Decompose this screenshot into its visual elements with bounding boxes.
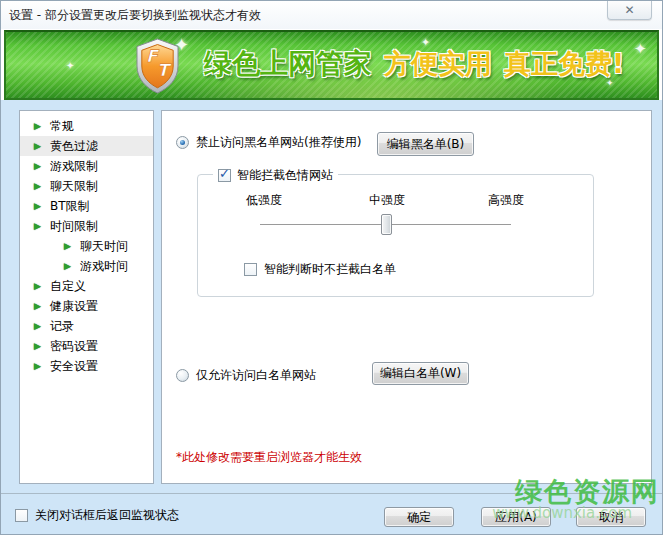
sidebar-item-label: 安全设置 [50, 358, 98, 375]
sidebar-item-label: 黄色过滤 [50, 138, 98, 155]
sidebar-item-password[interactable]: ▶ 密码设置 [20, 336, 153, 356]
whitelist-radio-label: 仅允许访问白名单网站 [196, 367, 316, 384]
sidebar-item-health[interactable]: ▶ 健康设置 [20, 296, 153, 316]
sidebar-item-game-limit[interactable]: ▶ 游戏限制 [20, 156, 153, 176]
banner-title: 绿色上网管家 [204, 45, 372, 83]
strength-slider-thumb[interactable] [381, 214, 392, 235]
footer-bar: 关闭对话框后返回监视状态 确定 应用(A) 取消 [1, 493, 662, 534]
smart-block-checkbox[interactable]: ✓ [218, 169, 231, 182]
no-block-whitelist-checkbox[interactable] [244, 263, 257, 276]
edit-blacklist-button-label: 编辑黑名单(B) [387, 136, 465, 153]
blacklist-radio-label: 禁止访问黑名单网站(推荐使用) [196, 134, 361, 151]
apply-button[interactable]: 应用(A) [481, 507, 551, 527]
sidebar-item-chat-limit[interactable]: ▶ 聊天限制 [20, 176, 153, 196]
tree-arrow-icon: ▶ [34, 341, 41, 351]
whitelist-radio[interactable] [176, 369, 189, 382]
return-monitor-checkbox-label: 关闭对话框后返回监视状态 [35, 507, 179, 524]
sparkle-icon: ✦ [66, 60, 74, 71]
whitelist-radio-row: 仅允许访问白名单网站 [176, 367, 316, 384]
sidebar-item-label: 自定义 [50, 278, 86, 295]
sidebar-item-porn-filter[interactable]: ▶ 黄色过滤 [20, 136, 153, 156]
sidebar-item-label: BT限制 [50, 198, 90, 215]
sidebar-item-label: 聊天时间 [80, 238, 128, 255]
sidebar-item-label: 记录 [50, 318, 74, 335]
tree-arrow-icon: ▶ [34, 301, 41, 311]
settings-nav-panel: ▶ 常规 ▶ 黄色过滤 ▶ 游戏限制 ▶ 聊天限制 ▶ BT限制 ▶ 时间限制 [19, 110, 154, 484]
cancel-button-label: 取消 [599, 509, 623, 526]
tree-arrow-icon: ▶ [64, 241, 71, 251]
sidebar-item-records[interactable]: ▶ 记录 [20, 316, 153, 336]
banner-slogan: 绿色上网管家 方便实用 真正免费! [204, 45, 624, 83]
window-title: 设置 - 部分设置更改后要切换到监视状态才有效 [1, 7, 261, 24]
sidebar-item-custom[interactable]: ▶ 自定义 [20, 276, 153, 296]
apply-button-label: 应用(A) [495, 509, 537, 526]
strength-high-label: 高强度 [488, 192, 524, 209]
strength-low-label: 低强度 [246, 192, 282, 209]
sidebar-item-label: 游戏时间 [80, 258, 128, 275]
no-block-whitelist-checkbox-row: 智能判断时不拦截白名单 [244, 261, 396, 278]
sidebar-item-label: 健康设置 [50, 298, 98, 315]
tree-arrow-icon: ▶ [64, 261, 71, 271]
sidebar-item-bt-limit[interactable]: ▶ BT限制 [20, 196, 153, 216]
return-monitor-checkbox[interactable] [15, 509, 28, 522]
blacklist-radio[interactable] [176, 136, 189, 149]
restart-note: *此处修改需要重启浏览器才能生效 [176, 449, 362, 466]
content-area: ▶ 常规 ▶ 黄色过滤 ▶ 游戏限制 ▶ 聊天限制 ▶ BT限制 ▶ 时间限制 [1, 100, 662, 493]
check-icon: ✓ [219, 166, 230, 181]
ok-button[interactable]: 确定 [384, 507, 454, 527]
banner-tagline-2: 真正免费! [504, 46, 624, 82]
sidebar-item-game-time[interactable]: ▶ 游戏时间 [20, 256, 153, 276]
edit-blacklist-button[interactable]: 编辑黑名单(B) [377, 132, 474, 156]
sidebar-item-label: 游戏限制 [50, 158, 98, 175]
edit-whitelist-button[interactable]: 编辑白名单(W) [372, 362, 469, 385]
close-icon: ✕ [624, 3, 634, 17]
blacklist-radio-row: 禁止访问黑名单网站(推荐使用) [176, 134, 361, 151]
edit-whitelist-button-label: 编辑白名单(W) [380, 365, 461, 382]
sparkle-icon: ✦ [634, 40, 647, 58]
tree-arrow-icon: ▶ [34, 181, 41, 191]
shield-logo-icon: F T [134, 38, 181, 98]
sidebar-item-time-limit[interactable]: ▶ 时间限制 [20, 216, 153, 236]
tree-arrow-icon: ▶ [34, 321, 41, 331]
cancel-button[interactable]: 取消 [576, 507, 646, 527]
strength-mid-label: 中强度 [369, 192, 405, 209]
no-block-whitelist-checkbox-label: 智能判断时不拦截白名单 [264, 261, 396, 278]
tree-arrow-icon: ▶ [34, 201, 41, 211]
tree-arrow-icon: ▶ [34, 221, 41, 231]
banner-tagline-1: 方便实用 [384, 46, 492, 82]
smart-block-checkbox-row: ✓ 智能拦截色情网站 [213, 167, 338, 184]
porn-filter-settings-panel: 禁止访问黑名单网站(推荐使用) 编辑黑名单(B) ✓ 智能拦截色情网站 低强度 … [161, 110, 652, 484]
smart-block-groupbox: ✓ 智能拦截色情网站 低强度 中强度 高强度 智能判断时不拦截白名单 [197, 174, 594, 297]
tree-arrow-icon: ▶ [34, 141, 41, 151]
tree-arrow-icon: ▶ [34, 161, 41, 171]
sidebar-item-label: 时间限制 [50, 218, 98, 235]
sidebar-item-label: 常规 [50, 118, 74, 135]
sidebar-item-label: 密码设置 [50, 338, 98, 355]
settings-dialog: 设置 - 部分设置更改后要切换到监视状态才有效 ✕ ✦ ✦ ✦ ✦ ✦ [0, 0, 663, 535]
tree-arrow-icon: ▶ [34, 121, 41, 131]
sidebar-item-label: 聊天限制 [50, 178, 98, 195]
title-bar: 设置 - 部分设置更改后要切换到监视状态才有效 ✕ [1, 1, 662, 29]
smart-block-checkbox-label: 智能拦截色情网站 [237, 167, 333, 184]
return-monitor-checkbox-row: 关闭对话框后返回监视状态 [15, 507, 179, 524]
tree-arrow-icon: ▶ [34, 361, 41, 371]
sidebar-item-general[interactable]: ▶ 常规 [20, 116, 153, 136]
sidebar-item-chat-time[interactable]: ▶ 聊天时间 [20, 236, 153, 256]
tree-arrow-icon: ▶ [34, 281, 41, 291]
promo-banner: ✦ ✦ ✦ ✦ ✦ F T 绿色上网管家 [4, 30, 659, 100]
close-button[interactable]: ✕ [607, 1, 652, 20]
ok-button-label: 确定 [407, 509, 431, 526]
sidebar-item-security[interactable]: ▶ 安全设置 [20, 356, 153, 376]
